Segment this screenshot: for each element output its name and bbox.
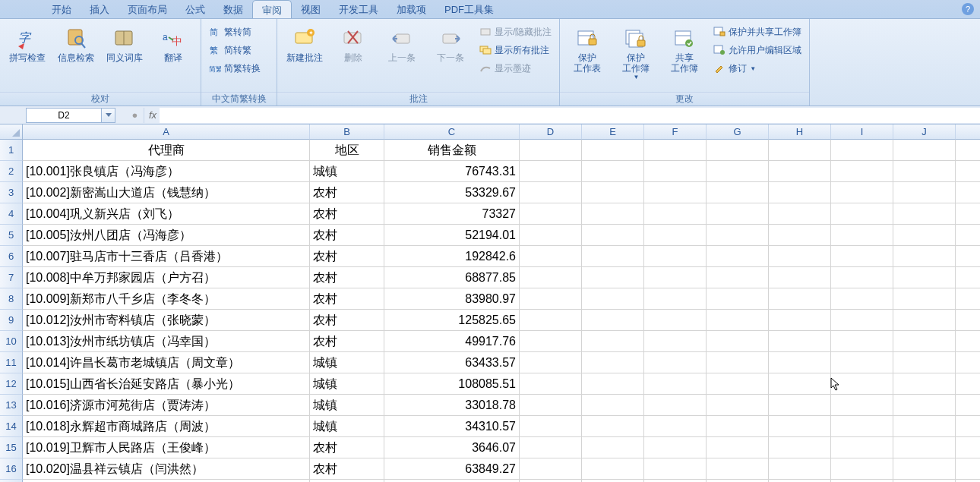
cell-J6[interactable] — [893, 246, 956, 267]
cell-I8[interactable] — [831, 288, 893, 310]
cell-F1[interactable] — [644, 140, 707, 161]
cell-H8[interactable] — [769, 288, 831, 310]
row-header-10[interactable]: 10 — [0, 331, 23, 352]
cell-A8[interactable]: [10.009]新郑市八千乡店（李冬冬） — [23, 288, 310, 310]
cell-F14[interactable] — [644, 416, 707, 437]
cell-F9[interactable] — [644, 310, 707, 331]
cell-J16[interactable] — [893, 458, 956, 480]
cell-F7[interactable] — [644, 267, 707, 288]
cell-D16[interactable] — [520, 458, 582, 480]
row-header-15[interactable]: 15 — [0, 437, 23, 458]
cell-J4[interactable] — [893, 203, 956, 225]
cell-I1[interactable] — [831, 140, 893, 161]
row-header-11[interactable]: 11 — [0, 352, 23, 373]
cell-G4[interactable] — [707, 203, 769, 225]
cell-H15[interactable] — [769, 437, 831, 458]
row-header-8[interactable]: 8 — [0, 288, 23, 310]
cell-I2[interactable] — [831, 161, 893, 182]
cell-G7[interactable] — [707, 267, 769, 288]
cell-K7[interactable] — [956, 267, 980, 288]
cell-D12[interactable] — [520, 373, 582, 395]
cell-C10[interactable]: 49917.76 — [384, 331, 520, 352]
cell-E1[interactable] — [582, 140, 644, 161]
cell-G8[interactable] — [707, 288, 769, 310]
cell-H9[interactable] — [769, 310, 831, 331]
cell-J14[interactable] — [893, 416, 956, 437]
row-header-3[interactable]: 3 — [0, 182, 23, 203]
cell-C16[interactable]: 63849.27 — [384, 458, 520, 480]
cell-E9[interactable] — [582, 310, 644, 331]
tab-8[interactable]: 加载项 — [387, 0, 435, 18]
tab-3[interactable]: 公式 — [176, 0, 214, 18]
cell-B3[interactable]: 农村 — [310, 182, 384, 203]
cell-K3[interactable] — [956, 182, 980, 203]
cell-B13[interactable]: 城镇 — [310, 395, 384, 416]
row-header-6[interactable]: 6 — [0, 246, 23, 267]
cell-J11[interactable] — [893, 352, 956, 373]
cell-B4[interactable]: 农村 — [310, 203, 384, 225]
cell-A15[interactable]: [10.019]卫辉市人民路店（王俊峰） — [23, 437, 310, 458]
cell-B2[interactable]: 城镇 — [310, 161, 384, 182]
trad-to-simp-button[interactable]: 简繁转简 — [206, 24, 264, 40]
cell-D15[interactable] — [520, 437, 582, 458]
cell-G15[interactable] — [707, 437, 769, 458]
tab-5[interactable]: 审阅 — [252, 0, 292, 18]
protect-workbook-button[interactable]: 保护 工作簿▼ — [613, 22, 659, 82]
cell-A12[interactable]: [10.015]山西省长治延安路店（暴小光） — [23, 373, 310, 395]
cell-E4[interactable] — [582, 203, 644, 225]
cell-H2[interactable] — [769, 161, 831, 182]
cell-H10[interactable] — [769, 331, 831, 352]
show-all-comments-button[interactable]: 显示所有批注 — [476, 42, 555, 58]
help-icon[interactable]: ? — [962, 3, 974, 15]
cell-D14[interactable] — [520, 416, 582, 437]
cell-F15[interactable] — [644, 437, 707, 458]
cell-I7[interactable] — [831, 267, 893, 288]
cell-D2[interactable] — [520, 161, 582, 182]
cell-A16[interactable]: [10.020]温县祥云镇店（闫洪然） — [23, 458, 310, 480]
new-comment-button[interactable]: ✦ 新建批注 — [282, 22, 327, 65]
cell-E12[interactable] — [582, 373, 644, 395]
cell-C11[interactable]: 63433.57 — [384, 352, 520, 373]
col-header-K[interactable]: K — [956, 124, 980, 140]
protect-sheet-button[interactable]: 保护 工作表 — [564, 22, 610, 75]
row-header-16[interactable]: 16 — [0, 458, 23, 480]
cell-A10[interactable]: [10.013]汝州市纸坊镇店（冯幸国） — [23, 331, 310, 352]
name-box-dropdown[interactable] — [102, 108, 115, 123]
thesaurus-button[interactable]: 同义词库 — [102, 22, 147, 65]
col-header-G[interactable]: G — [707, 124, 769, 140]
cell-D3[interactable] — [520, 182, 582, 203]
cell-A14[interactable]: [10.018]永辉超市商城路店（周波） — [23, 416, 310, 437]
cell-C4[interactable]: 73327 — [384, 203, 520, 225]
cell-H12[interactable] — [769, 373, 831, 395]
tab-2[interactable]: 页面布局 — [119, 0, 176, 18]
cell-E5[interactable] — [582, 225, 644, 246]
row-header-2[interactable]: 2 — [0, 161, 23, 182]
cell-G2[interactable] — [707, 161, 769, 182]
col-header-H[interactable]: H — [769, 124, 831, 140]
cell-A7[interactable]: [10.008]中牟万邦家园店（户方召） — [23, 267, 310, 288]
cell-I11[interactable] — [831, 352, 893, 373]
cell-I5[interactable] — [831, 225, 893, 246]
cell-J1[interactable] — [893, 140, 956, 161]
cell-E13[interactable] — [582, 395, 644, 416]
tab-0[interactable]: 开始 — [43, 0, 81, 18]
cell-G12[interactable] — [707, 373, 769, 395]
tab-4[interactable]: 数据 — [214, 0, 252, 18]
cell-D6[interactable] — [520, 246, 582, 267]
share-workbook-button[interactable]: 共享 工作簿 — [662, 22, 707, 75]
cell-D4[interactable] — [520, 203, 582, 225]
cell-B11[interactable]: 城镇 — [310, 352, 384, 373]
tab-7[interactable]: 开发工具 — [330, 0, 387, 18]
cell-I14[interactable] — [831, 416, 893, 437]
cell-D13[interactable] — [520, 395, 582, 416]
cell-G11[interactable] — [707, 352, 769, 373]
cell-E7[interactable] — [582, 267, 644, 288]
cell-H16[interactable] — [769, 458, 831, 480]
cell-G16[interactable] — [707, 458, 769, 480]
cell-H7[interactable] — [769, 267, 831, 288]
cell-C12[interactable]: 108085.51 — [384, 373, 520, 395]
cell-D8[interactable] — [520, 288, 582, 310]
cell-A9[interactable]: [10.012]汝州市寄料镇店（张晓蒙） — [23, 310, 310, 331]
cell-D7[interactable] — [520, 267, 582, 288]
cell-I3[interactable] — [831, 182, 893, 203]
